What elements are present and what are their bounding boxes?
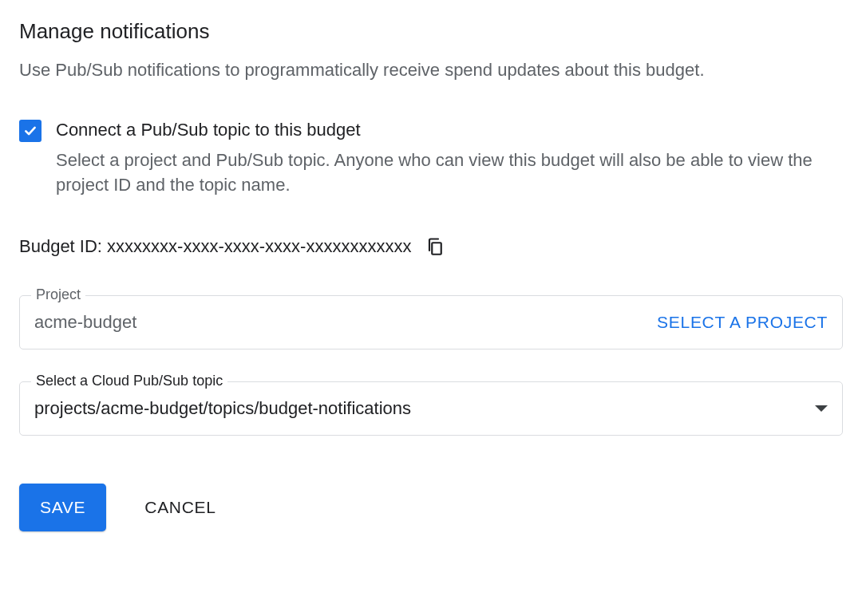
pubsub-topic-label: Select a Cloud Pub/Sub topic bbox=[31, 373, 227, 389]
pubsub-checkbox-label: Connect a Pub/Sub topic to this budget bbox=[56, 118, 843, 143]
page-description: Use Pub/Sub notifications to programmati… bbox=[19, 58, 843, 83]
cancel-button[interactable]: CANCEL bbox=[144, 498, 216, 517]
pubsub-checkbox-row: Connect a Pub/Sub topic to this budget S… bbox=[19, 118, 843, 199]
save-button[interactable]: SAVE bbox=[19, 484, 106, 531]
project-field[interactable]: Project acme-budget SELECT A PROJECT bbox=[19, 295, 843, 349]
svg-rect-0 bbox=[433, 243, 442, 255]
select-project-button[interactable]: SELECT A PROJECT bbox=[657, 313, 828, 332]
pubsub-topic-value: projects/acme-budget/topics/budget-notif… bbox=[34, 398, 804, 419]
project-field-label: Project bbox=[31, 286, 85, 303]
pubsub-checkbox-hint: Select a project and Pub/Sub topic. Anyo… bbox=[56, 148, 843, 199]
page-title: Manage notifications bbox=[19, 19, 843, 44]
budget-id-row: Budget ID: xxxxxxxx-xxxx-xxxx-xxxx-xxxxx… bbox=[19, 236, 843, 257]
button-row: SAVE CANCEL bbox=[19, 484, 843, 531]
copy-icon bbox=[425, 237, 445, 256]
budget-id-label: Budget ID: bbox=[19, 236, 107, 256]
chevron-down-icon bbox=[815, 405, 828, 412]
copy-button[interactable] bbox=[425, 237, 445, 256]
budget-id-value: xxxxxxxx-xxxx-xxxx-xxxx-xxxxxxxxxxxx bbox=[107, 236, 411, 256]
project-field-value: acme-budget bbox=[34, 312, 657, 333]
pubsub-checkbox[interactable] bbox=[19, 120, 42, 142]
pubsub-topic-field[interactable]: Select a Cloud Pub/Sub topic projects/ac… bbox=[19, 381, 843, 436]
checkmark-icon bbox=[23, 124, 38, 138]
